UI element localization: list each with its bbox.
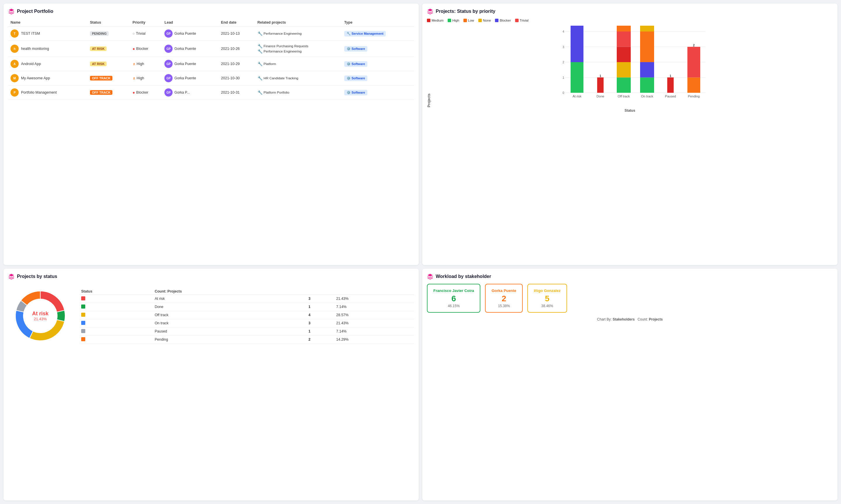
project-type: ⚙️ Software [342,86,414,100]
table-row: PPortfolio ManagementOFF TRACK●BlockerGP… [8,86,414,100]
svg-rect-18 [617,77,631,93]
col-related: Related projects [255,19,342,26]
svg-text:Paused: Paused [665,94,676,98]
project-end-date: 2021-10-31 [219,86,255,100]
donut-logo-icon [8,273,15,280]
svg-rect-41 [687,77,700,93]
chart-by-info: Chart By: Stakeholders Count: Projects [427,317,833,321]
portfolio-table: Name Status Priority Lead End date Relat… [8,19,414,100]
table-row: hhealth monitoringAT RISK●BlockerGPGorka… [8,41,414,57]
col-name: Name [8,19,88,26]
donut-section: At risk 21.43% Status Count: Projects [8,284,414,348]
donut-title: Projects by status [8,273,414,280]
project-priority: ○Trivial [130,26,162,41]
workload-card: Gorka Puente 2 15.38% [485,284,523,313]
project-name: TTEST ITSM [8,26,88,41]
svg-rect-15 [597,77,604,93]
project-related: 🔧Finance Purchasing Requests🔧Performance… [255,41,342,57]
svg-rect-38 [667,77,674,93]
workload-card: Francisco Javier Coira 6 46.15% [427,284,480,313]
svg-text:1: 1 [562,76,564,79]
donut-row: At risk 3 21.43% [80,294,414,303]
svg-text:1: 1 [600,74,601,77]
project-related: 🔧HR Candidate Tracking [255,71,342,86]
svg-rect-20 [617,62,631,77]
project-related: 🔧Performance Engineering [255,26,342,41]
svg-text:0: 0 [562,91,564,94]
project-name: PPortfolio Management [8,86,88,100]
svg-text:Pending: Pending [688,94,700,98]
svg-text:2: 2 [693,44,695,47]
project-type: 🔧 Service Management [342,26,414,41]
project-priority: ●Blocker [130,41,162,57]
donut-row: Done 1 7.14% [80,303,414,311]
svg-text:4: 4 [562,30,564,33]
legend-item: None [478,19,491,22]
project-end-date: 2021-10-29 [219,57,255,71]
project-end-date: 2021-10-26 [219,41,255,57]
donut-row: Off track 4 28.57% [80,311,414,319]
donut-legend-table: Status Count: Projects At risk 3 21.43% … [80,288,414,344]
project-lead: GPGorka Puente [162,57,219,71]
donut-row: Paused 1 7.14% [80,327,414,336]
svg-rect-12 [571,26,583,62]
svg-text:2: 2 [562,61,564,64]
table-row: TTEST ITSMPENDING○TrivialGPGorka Puente2… [8,26,414,41]
project-lead: GPGorka Puente [162,41,219,57]
x-axis-label: Status [427,108,833,112]
donut-center-label: At risk 21.43% [32,311,49,321]
project-end-date: 2021-10-30 [219,71,255,86]
project-priority: ●Blocker [130,86,162,100]
project-type: ⚙️ Software [342,41,414,57]
bar-chart: 0123423At risk1Done11114Off track1123On … [432,26,833,107]
legend-item: Medium [427,19,444,22]
project-end-date: 2021-10-13 [219,26,255,41]
legend-item: Low [463,19,474,22]
donut-wrap: At risk 21.43% [8,284,72,348]
legend-item: High [448,19,459,22]
project-lead: GPGorka Puente [162,71,219,86]
svg-rect-31 [640,62,654,77]
col-status: Status [88,19,130,26]
portfolio-logo-icon [8,8,15,15]
legend-item: Trivial [515,19,529,22]
col-priority: Priority [130,19,162,26]
project-portfolio-panel: Project Portfolio Name Status Priority L… [3,3,419,265]
status-priority-title: Projects: Status by priority [427,8,833,15]
project-name: hhealth monitoring [8,41,88,57]
workload-logo-icon [427,273,433,280]
workload-card: Iñigo Gonzalez 5 38.46% [527,284,567,313]
project-related: 🔧Platform Portfolio [255,86,342,100]
project-priority: ∧High [130,71,162,86]
project-status: AT RISK [88,41,130,57]
bar-chart-legend: MediumHighLowNoneBlockerTrivial [427,19,833,22]
project-status: OFF TRACK [88,71,130,86]
project-type: ⚙️ Software [342,71,414,86]
svg-rect-24 [617,32,631,47]
y-axis-label: Projects [427,26,431,107]
project-lead: GPGorka Puente [162,26,219,41]
project-priority: ∧High [130,57,162,71]
workload-cards: Francisco Javier Coira 6 46.15% Gorka Pu… [427,284,833,313]
portfolio-title: Project Portfolio [8,8,414,15]
svg-rect-10 [571,62,583,93]
status-logo-icon [427,8,433,15]
project-status: AT RISK [88,57,130,71]
project-name: MMy Awesome App [8,71,88,86]
svg-rect-22 [617,47,631,62]
project-name: AAndroid App [8,57,88,71]
svg-rect-29 [640,77,654,93]
donut-row: On track 3 21.43% [80,319,414,327]
legend-item: Blocker [495,19,511,22]
svg-rect-35 [640,26,654,32]
col-type: Type [342,19,414,26]
svg-text:At risk: At risk [573,94,582,98]
project-status: OFF TRACK [88,86,130,100]
projects-by-status-panel: Projects by status At risk 21.43% Status… [3,269,419,501]
status-priority-panel: Projects: Status by priority MediumHighL… [422,3,838,265]
donut-row: Pending 2 14.29% [80,336,414,344]
project-status: PENDING [88,26,130,41]
project-type: ⚙️ Software [342,57,414,71]
svg-text:Done: Done [597,94,604,98]
svg-text:Off track: Off track [618,94,630,98]
